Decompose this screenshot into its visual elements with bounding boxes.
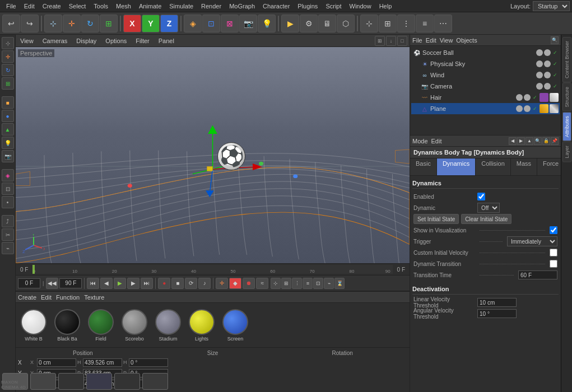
attr-edit-menu[interactable]: Edit — [431, 138, 442, 144]
plane-render-vis[interactable] — [524, 105, 531, 112]
wind-render-vis[interactable] — [544, 72, 551, 78]
loop-button[interactable]: ⟳ — [185, 278, 197, 289]
viewport-render-button[interactable]: 🖥 — [318, 15, 336, 32]
move-tool-button[interactable]: ✛ — [63, 15, 81, 32]
hair-vis[interactable] — [516, 94, 523, 101]
go-to-start-button[interactable]: ⏮ — [87, 278, 99, 289]
go-to-end-button[interactable]: ⏭ — [141, 278, 153, 289]
scale-tool-button[interactable]: ⊞ — [100, 15, 118, 32]
rotate-side-tool[interactable]: ↻ — [2, 64, 14, 76]
show-vis-checkbox[interactable] — [550, 226, 557, 234]
obj-plane[interactable]: △ Plane ✓ — [411, 103, 560, 114]
select-side-tool[interactable]: ⊹ — [2, 37, 14, 49]
scale-side-tool[interactable]: ⊞ — [2, 77, 14, 90]
point-side-tool[interactable]: • — [2, 196, 14, 208]
mat-function-menu[interactable]: Function — [56, 294, 80, 301]
physical-sky-render-vis[interactable] — [544, 60, 551, 67]
obj-search-button[interactable]: 🔍 — [551, 36, 559, 44]
plane-tag-2[interactable] — [550, 104, 559, 113]
redo-button[interactable]: ↪ — [21, 15, 39, 32]
dynamic-transition-checkbox[interactable] — [550, 260, 557, 268]
light-tool-button[interactable]: 💡 — [258, 15, 276, 32]
extrude-side-tool[interactable]: ⤴ — [2, 215, 14, 227]
x-position-input[interactable] — [37, 358, 76, 367]
menu-render[interactable]: Render — [197, 2, 225, 11]
hair-tag-2[interactable] — [550, 93, 559, 102]
sphere-side-tool[interactable]: ● — [2, 110, 14, 122]
menu-select[interactable]: Select — [65, 2, 90, 11]
polygon-side-tool[interactable]: ◈ — [2, 169, 14, 181]
x-size-input[interactable] — [83, 358, 122, 367]
custom-velocity-checkbox[interactable] — [550, 249, 557, 256]
menu-script[interactable]: Script — [322, 2, 345, 11]
move-pb-button[interactable]: ✛ — [216, 278, 228, 289]
obj-file-menu[interactable]: File — [412, 37, 422, 44]
x-rotation-input[interactable] — [129, 358, 168, 367]
menu-character[interactable]: Character — [259, 2, 294, 11]
options-menu[interactable]: Options — [103, 37, 129, 45]
menu-plugins[interactable]: Plugins — [294, 2, 322, 11]
menu-tools[interactable]: Tools — [90, 2, 112, 11]
move-side-tool[interactable]: ✛ — [2, 50, 14, 63]
wind-vis[interactable] — [536, 72, 543, 78]
snap-button[interactable]: ⊹ — [360, 15, 378, 32]
obj-objects-menu[interactable]: Objects — [456, 37, 477, 44]
set-initial-state-button[interactable]: Set Initial State — [413, 214, 459, 224]
obj-edit-menu[interactable]: Edit — [426, 37, 436, 44]
physical-sky-vis[interactable] — [536, 60, 543, 67]
menu-simulate[interactable]: Simulate — [165, 2, 197, 11]
z-axis-button[interactable]: Z — [160, 15, 178, 32]
pb-extra-6[interactable]: ⌁ — [324, 278, 334, 289]
menu-mograph[interactable]: MoGraph — [225, 2, 259, 11]
step-back-button[interactable]: ◀◀ — [46, 278, 58, 289]
stop-button[interactable]: ■ — [171, 278, 184, 289]
tab-force[interactable]: Force — [537, 158, 561, 175]
material-editor-button[interactable]: ⬡ — [337, 15, 355, 32]
current-frame-input[interactable] — [18, 278, 40, 288]
x-axis-button[interactable]: X — [123, 15, 141, 32]
material-field[interactable]: Field — [85, 309, 117, 342]
attr-search-btn[interactable]: 🔍 — [534, 137, 542, 145]
tab-dynamics[interactable]: Dynamics — [437, 158, 476, 175]
enabled-checkbox[interactable] — [477, 193, 485, 200]
tab-mass[interactable]: Mass — [511, 158, 537, 175]
menu-help[interactable]: Help — [375, 2, 396, 11]
obj-camera[interactable]: 📷 Camera ✓ — [411, 81, 560, 92]
obj-hair[interactable]: 〰 Hair ✓ — [411, 92, 560, 103]
hair-render-vis[interactable] — [524, 94, 531, 101]
attr-nav-back[interactable]: ◀ — [509, 137, 517, 145]
pb-extra-3[interactable]: ⋮ — [292, 278, 302, 289]
attr-nav-forward[interactable]: ▶ — [517, 137, 525, 145]
menu-window[interactable]: Window — [346, 2, 375, 11]
obj-physical-sky[interactable]: ☀ Physical Sky ✓ — [411, 58, 560, 69]
spline-tool-button[interactable]: ⊡ — [202, 15, 220, 32]
attr-lock-btn[interactable]: 🔒 — [542, 137, 550, 145]
menu-edit[interactable]: Edit — [20, 2, 39, 11]
viewport-icon-1[interactable]: ⊞ — [375, 36, 385, 46]
camera-vis[interactable] — [536, 83, 543, 90]
hair-tag-1[interactable] — [540, 93, 548, 102]
content-browser-tab[interactable]: Content Browser — [562, 37, 571, 82]
motion-button[interactable]: ≈ — [256, 278, 268, 289]
sound-button[interactable]: ♪ — [198, 278, 211, 289]
tab-basic[interactable]: Basic — [410, 158, 437, 175]
menu-create[interactable]: Create — [39, 2, 65, 11]
clear-initial-state-button[interactable]: Clear Initial State — [461, 214, 511, 224]
plane-dynamics-tag[interactable] — [540, 104, 548, 113]
attributes-tab[interactable]: Attributes — [562, 112, 571, 141]
pb-extra-1[interactable]: ⊹ — [271, 278, 281, 289]
deformer-button[interactable]: ⊠ — [221, 15, 239, 32]
bridge-side-tool[interactable]: ⌁ — [2, 242, 14, 254]
record-button[interactable]: ● — [158, 278, 170, 289]
soccer-ball-vis[interactable] — [536, 49, 543, 56]
polygon-tool-button[interactable]: ◈ — [184, 15, 202, 32]
menu-file[interactable]: File — [2, 2, 20, 11]
angular-velocity-input[interactable] — [477, 309, 517, 318]
pb-extra-4[interactable]: ≡ — [303, 278, 313, 289]
cone-side-tool[interactable]: ▲ — [2, 123, 14, 136]
transition-time-input[interactable] — [518, 270, 557, 279]
camera-tool-button[interactable]: 📷 — [239, 15, 257, 32]
render-button[interactable]: ▶ — [281, 15, 299, 32]
soccer-ball-render-vis[interactable] — [544, 49, 551, 56]
edge-side-tool[interactable]: ⊡ — [2, 183, 14, 195]
